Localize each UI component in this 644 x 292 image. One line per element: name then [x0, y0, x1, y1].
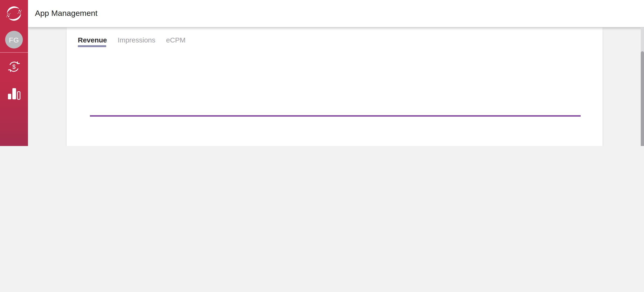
- tab-ecpm[interactable]: eCPM: [166, 36, 186, 44]
- active-tab-underline: [78, 45, 106, 47]
- monetization-dollar-sync-icon[interactable]: $: [7, 60, 21, 76]
- reports-bar-chart-icon[interactable]: [8, 88, 20, 102]
- user-initials: FG: [9, 36, 19, 44]
- revenue-flat-line-series: [90, 115, 581, 117]
- sidebar-divider: [0, 52, 28, 53]
- scrollbar-thumb[interactable]: [641, 51, 644, 146]
- brand-logo-icon[interactable]: [5, 4, 23, 23]
- chart-metric-tabs: Revenue Impressions eCPM: [78, 36, 186, 44]
- tab-revenue[interactable]: Revenue: [78, 36, 107, 44]
- app-management-page: FG $ App Man: [0, 0, 644, 146]
- performance-chart-card: Revenue Impressions eCPM Jan 13 Jan 15 J…: [67, 28, 602, 146]
- tab-impressions[interactable]: Impressions: [118, 36, 156, 44]
- sidebar: FG $: [0, 0, 28, 146]
- svg-text:$: $: [12, 64, 16, 70]
- user-avatar[interactable]: FG: [5, 31, 23, 49]
- page-title: App Management: [35, 9, 98, 18]
- top-bar: App Management: [28, 0, 644, 28]
